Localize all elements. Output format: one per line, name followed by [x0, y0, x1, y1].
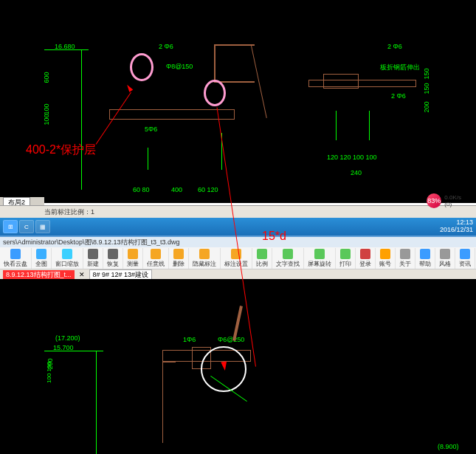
- tool-icon: [380, 249, 390, 259]
- tool-icon: [420, 249, 430, 259]
- doc-tab-x[interactable]: ✕: [79, 271, 85, 278]
- tool-新建[interactable]: 新建: [83, 248, 103, 269]
- tool-label: 标注设置: [224, 260, 248, 268]
- tool-label: 登录: [359, 260, 371, 268]
- tool-label: 关于: [399, 260, 411, 268]
- dim-8900: (8.900): [438, 443, 459, 450]
- tool-label: 隐藏标注: [193, 260, 216, 268]
- beam-shape-1: [214, 44, 255, 83]
- spacing-spec: Φ8@150: [166, 63, 193, 70]
- tool-icon: [440, 249, 450, 259]
- tool-icon: [257, 249, 267, 259]
- tool-icon: [314, 249, 325, 259]
- spec-f6250: Φ6@250: [218, 336, 244, 343]
- file-path: sers\Administrator\Desktop\图\8.9.12.13结构…: [3, 238, 180, 247]
- tool-账号[interactable]: 账号: [376, 248, 396, 269]
- badge-count: (0): [444, 201, 461, 207]
- tool-label: 屏幕旋转: [308, 260, 331, 268]
- tool-label: 任意线: [147, 260, 165, 268]
- tool-label: 资讯: [459, 260, 471, 268]
- bottom-cad-canvas[interactable]: (17.200) 15.700 200 100 100 1Φ6 Φ6@250 (…: [0, 279, 476, 454]
- tool-隐藏标注[interactable]: 隐藏标注: [189, 248, 221, 269]
- taskbar-clock[interactable]: 12:13 2016/12/31: [440, 219, 473, 234]
- dim-cluster: 120 120 100 100: [327, 154, 377, 161]
- annotation-2: 15*d: [262, 230, 286, 243]
- windows-taskbar[interactable]: ⊞ C ▦ 12:13 2016/12/31: [0, 218, 476, 235]
- tool-快看云盘[interactable]: 快看云盘: [0, 248, 32, 269]
- arrow-2-head: [221, 362, 228, 371]
- tool-登录[interactable]: 登录: [356, 248, 376, 269]
- tool-label: 恢复: [107, 260, 119, 268]
- tool-全图[interactable]: 全图: [32, 248, 52, 269]
- tool-关于[interactable]: 关于: [396, 248, 415, 269]
- dim-60120: 60 120: [198, 186, 218, 193]
- tool-文字查找[interactable]: 文字查找: [272, 248, 304, 269]
- tool-icon: [10, 249, 21, 259]
- highlight-2: [204, 80, 226, 106]
- tool-屏幕旋转[interactable]: 屏幕旋转: [304, 248, 336, 269]
- tool-label: 删除: [173, 260, 184, 268]
- tool-帮助[interactable]: 帮助: [415, 248, 435, 269]
- elev-line: [44, 49, 89, 50]
- tool-label: 风格: [439, 260, 451, 268]
- elev-line-2: [44, 351, 103, 351]
- tool-icon: [128, 249, 138, 259]
- app-icon-1[interactable]: C: [19, 220, 34, 233]
- annotation-1: 400-2*保护层: [26, 142, 96, 158]
- tool-label: 打印: [339, 260, 351, 268]
- tool-窗口缩放[interactable]: 窗口缩放: [52, 248, 83, 269]
- tool-恢复[interactable]: 恢复: [103, 248, 123, 269]
- tool-任意线[interactable]: 任意线: [143, 248, 169, 269]
- tool-icon: [173, 249, 184, 259]
- tool-比例[interactable]: 比例: [252, 248, 272, 269]
- dim-100: 100: [43, 103, 50, 114]
- top-cad-canvas[interactable]: 16.680 2 Φ6 Φ8@150 2 Φ6 板折钢筋伸出 2 Φ6 600 …: [0, 0, 476, 203]
- dim-240: 240: [351, 169, 362, 176]
- scale-status: 当前标注比例：1: [44, 207, 94, 217]
- vline-2: [96, 351, 97, 454]
- tool-label: 新建: [87, 260, 99, 268]
- tool-label: 窗口缩放: [55, 260, 79, 268]
- tool-icon: [151, 249, 161, 259]
- tool-标注设置[interactable]: 标注设置: [221, 248, 252, 269]
- perf-badge[interactable]: 83% 0.0K/s (0): [427, 193, 461, 208]
- elev-17200: (17.200): [55, 334, 80, 342]
- dim-200v: 200: [423, 101, 430, 112]
- tool-删除[interactable]: 删除: [169, 248, 189, 269]
- start-icon[interactable]: ⊞: [3, 220, 18, 233]
- highlight-1: [130, 53, 154, 81]
- dim-150b: 150: [423, 83, 430, 94]
- vline: [81, 49, 82, 190]
- tool-打印[interactable]: 打印: [336, 248, 356, 269]
- slab-note: 板折钢筋伸出: [380, 63, 420, 72]
- app-icon-2[interactable]: ▦: [35, 220, 50, 233]
- spec-206-r2: 2 Φ6: [391, 92, 406, 100]
- badge-speed: 0.0K/s: [444, 194, 461, 201]
- tool-icon: [199, 249, 210, 259]
- tool-label: 比例: [256, 260, 268, 268]
- tool-icon: [283, 249, 293, 259]
- break3: [336, 111, 337, 140]
- dim-400: 400: [171, 186, 182, 193]
- tool-风格[interactable]: 风格: [435, 248, 455, 269]
- active-doc-tab[interactable]: 8.9.12.13结构打图_t...: [3, 270, 75, 280]
- col-b: [162, 362, 176, 443]
- spec-1f6: 1Φ6: [183, 336, 196, 343]
- dim-100100: 100 100: [46, 362, 52, 383]
- date: 2016/12/31: [440, 227, 473, 234]
- dim-600: 600: [43, 72, 50, 83]
- dim-6080: 60 80: [133, 186, 150, 193]
- tool-测量[interactable]: 测量: [123, 248, 143, 269]
- tool-icon: [400, 249, 410, 259]
- tool-label: 测量: [127, 260, 139, 268]
- spec-206-r1: 2 Φ6: [387, 43, 402, 50]
- tool-icon: [36, 249, 46, 259]
- tool-label: 帮助: [419, 260, 431, 268]
- dim-1001: 100: [43, 114, 50, 125]
- tool-资讯[interactable]: 资讯: [455, 248, 475, 269]
- document-tabbar: 8.9.12.13结构打图_t... ✕ 8# 9# 12# 13#建设: [0, 269, 476, 280]
- tool-icon: [88, 249, 98, 259]
- tool-label: 账号: [379, 260, 391, 268]
- tool-icon: [460, 249, 470, 259]
- tool-icon: [108, 249, 118, 259]
